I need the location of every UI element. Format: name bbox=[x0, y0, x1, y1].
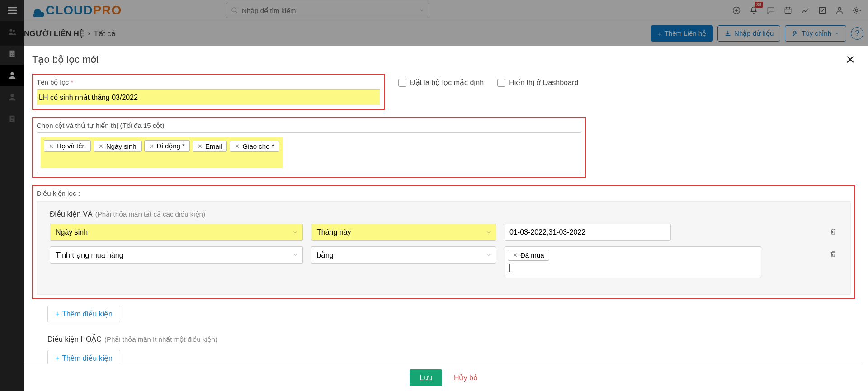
modal-footer: Lưu Hủy bỏ bbox=[24, 364, 863, 391]
conditions-section: Điều kiện lọc : Điều kiện VÀ(Phải thỏa m… bbox=[32, 185, 855, 299]
condition-row: Ngày sinh Tháng này bbox=[50, 224, 838, 241]
logo[interactable]: CLOUDPRO bbox=[29, 3, 122, 18]
close-icon[interactable]: ✕ bbox=[845, 54, 855, 66]
condition-row: Tình trạng mua hàng bằng ✕Đã mua bbox=[50, 246, 838, 278]
filter-name-section: Tên bộ lọc * LH có sinh nhật tháng 03/20… bbox=[32, 74, 385, 110]
field-select[interactable]: Tình trạng mua hàng bbox=[50, 246, 303, 264]
chevron-down-icon bbox=[834, 31, 840, 36]
svg-rect-2 bbox=[785, 8, 791, 14]
value-chipbox[interactable]: ✕Đã mua bbox=[505, 246, 761, 278]
help-icon[interactable]: ? bbox=[851, 27, 863, 40]
plus-icon: + bbox=[658, 30, 662, 38]
gear-icon[interactable] bbox=[849, 3, 864, 18]
add-condition-and-button[interactable]: +Thêm điều kiện bbox=[47, 306, 120, 322]
analytics-icon[interactable] bbox=[797, 3, 813, 18]
chip-remove-icon[interactable]: ✕ bbox=[235, 143, 240, 150]
cancel-button[interactable]: Hủy bỏ bbox=[454, 373, 478, 382]
profile-icon[interactable] bbox=[832, 3, 847, 18]
chat-icon[interactable] bbox=[763, 3, 778, 18]
customize-button[interactable]: Tùy chỉnh bbox=[785, 25, 846, 42]
sidebar bbox=[0, 21, 24, 391]
operator-select[interactable]: bằng bbox=[311, 246, 496, 264]
plus-icon: + bbox=[55, 354, 59, 363]
default-filter-checkbox[interactable]: Đặt là bộ lọc mặc định bbox=[398, 78, 484, 87]
svg-point-0 bbox=[232, 8, 236, 12]
add-contact-button[interactable]: +Thêm Liên hệ bbox=[651, 25, 713, 42]
chevron-down-icon bbox=[292, 252, 298, 258]
chevron-down-icon bbox=[292, 230, 298, 235]
or-block: Điều kiện HOẶC(Phải thỏa mãn ít nhất một… bbox=[47, 335, 855, 367]
show-dashboard-checkbox[interactable]: Hiển thị ở Dashboard bbox=[497, 78, 578, 87]
and-title: Điều kiện VÀ bbox=[50, 210, 93, 218]
side-doc-icon[interactable] bbox=[0, 108, 24, 130]
svg-point-7 bbox=[13, 30, 15, 32]
subheader: NGƯỜI LIÊN HỆ › Tất cả +Thêm Liên hệ Nhậ… bbox=[24, 21, 863, 46]
svg-point-9 bbox=[10, 72, 14, 75]
chip-remove-icon[interactable]: ✕ bbox=[99, 143, 104, 150]
chip-remove-icon[interactable]: ✕ bbox=[513, 252, 518, 259]
chip-remove-icon[interactable]: ✕ bbox=[49, 143, 54, 150]
chip-remove-icon[interactable]: ✕ bbox=[149, 143, 154, 150]
text-caret bbox=[509, 264, 510, 272]
and-block: Điều kiện VÀ(Phải thỏa mãn tất cả các đi… bbox=[37, 201, 851, 295]
chip-remove-icon[interactable]: ✕ bbox=[198, 143, 203, 150]
quick-create-icon[interactable] bbox=[729, 3, 744, 18]
breadcrumb-tail[interactable]: Tất cả bbox=[94, 29, 115, 38]
column-chip[interactable]: ✕Giao cho * bbox=[230, 141, 279, 152]
hamburger-menu[interactable] bbox=[0, 0, 24, 21]
tasks-icon[interactable] bbox=[815, 3, 830, 18]
download-icon bbox=[724, 30, 731, 37]
column-chip[interactable]: ✕Họ và tên bbox=[44, 140, 91, 152]
side-building-icon[interactable] bbox=[0, 43, 24, 65]
conditions-label: Điều kiện lọc : bbox=[37, 189, 851, 198]
or-title: Điều kiện HOẶC bbox=[47, 335, 102, 343]
modal-title: Tạo bộ lọc mới bbox=[32, 54, 855, 66]
svg-rect-3 bbox=[819, 7, 825, 13]
chevron-down-icon[interactable] bbox=[419, 8, 425, 13]
breadcrumb-sep: › bbox=[88, 29, 90, 38]
filter-name-label: Tên bộ lọc * bbox=[37, 78, 380, 86]
value-input[interactable] bbox=[505, 224, 671, 241]
side-contact-icon[interactable] bbox=[0, 65, 24, 86]
notif-badge: 39 bbox=[755, 2, 763, 8]
global-search[interactable] bbox=[226, 3, 429, 18]
value-chip[interactable]: ✕Đã mua bbox=[508, 250, 549, 261]
checkbox-icon bbox=[398, 79, 406, 87]
trash-icon[interactable] bbox=[829, 250, 838, 258]
search-input[interactable] bbox=[242, 7, 419, 14]
calendar-icon[interactable] bbox=[780, 3, 796, 18]
create-filter-modal: Tạo bộ lọc mới ✕ Tên bộ lọc * LH có sinh… bbox=[24, 46, 863, 391]
bell-icon[interactable]: 39 bbox=[746, 3, 761, 18]
column-chip[interactable]: ✕Di động * bbox=[144, 140, 190, 152]
wrench-icon bbox=[792, 30, 799, 37]
svg-rect-8 bbox=[9, 51, 14, 57]
operator-select[interactable]: Tháng này bbox=[311, 224, 496, 241]
chevron-down-icon bbox=[486, 252, 491, 258]
logo-text-cloud: CLOUD bbox=[46, 3, 93, 18]
import-button[interactable]: Nhập dữ liệu bbox=[717, 25, 780, 42]
top-icons: 39 bbox=[729, 3, 864, 18]
svg-point-10 bbox=[10, 94, 14, 97]
chevron-down-icon bbox=[486, 230, 491, 235]
topbar: CLOUDPRO 39 bbox=[0, 0, 868, 21]
save-button[interactable]: Lưu bbox=[410, 369, 442, 386]
svg-point-4 bbox=[838, 7, 841, 10]
sub-actions: +Thêm Liên hệ Nhập dữ liệu Tùy chỉnh ? bbox=[651, 25, 863, 42]
side-users-icon[interactable] bbox=[0, 21, 24, 43]
plus-icon: + bbox=[55, 310, 59, 318]
column-chip[interactable]: ✕Email bbox=[193, 141, 227, 152]
trash-icon[interactable] bbox=[829, 227, 838, 236]
svg-point-5 bbox=[856, 9, 858, 12]
columns-chips[interactable]: ✕Họ và tên✕Ngày sinh✕Di động *✕Email✕Gia… bbox=[37, 132, 581, 173]
columns-label: Chọn cột và thứ tự hiển thị (Tối đa 15 c… bbox=[37, 122, 581, 130]
field-select[interactable]: Ngày sinh bbox=[50, 224, 303, 241]
side-person-icon[interactable] bbox=[0, 86, 24, 108]
filter-name-input[interactable]: LH có sinh nhật tháng 03/2022 bbox=[37, 89, 380, 105]
logo-text-pro: PRO bbox=[93, 3, 122, 18]
search-icon bbox=[231, 7, 238, 14]
column-chip[interactable]: ✕Ngày sinh bbox=[94, 141, 142, 152]
or-subtitle: (Phải thỏa mãn ít nhất một điều kiện) bbox=[104, 335, 217, 343]
breadcrumb: NGƯỜI LIÊN HỆ › Tất cả bbox=[24, 29, 116, 38]
and-subtitle: (Phải thỏa mãn tất cả các điều kiện) bbox=[95, 210, 205, 218]
module-name[interactable]: NGƯỜI LIÊN HỆ bbox=[24, 29, 84, 38]
